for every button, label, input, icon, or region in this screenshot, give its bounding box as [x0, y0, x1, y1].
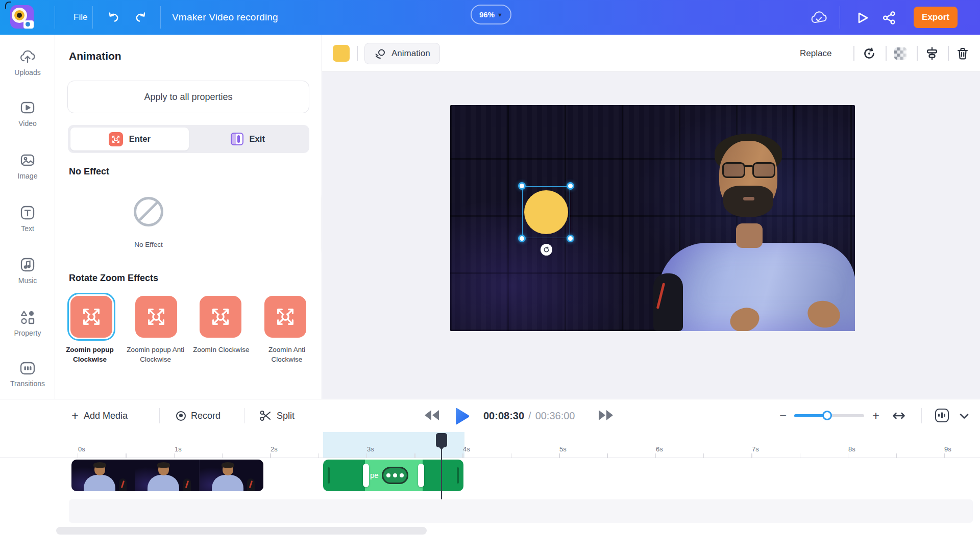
clip-thumbnail [71, 460, 135, 491]
total-time: 00:36:00 [535, 410, 575, 422]
no-effect-heading: No Effect [69, 166, 109, 177]
add-media-button[interactable]: + Add Media [71, 399, 128, 432]
track-options-button[interactable] [933, 407, 950, 424]
timeline-controls: + Add Media Record Split [0, 399, 980, 432]
preview-play-button[interactable] [853, 9, 872, 27]
animation-toolbar-button[interactable]: Animation [364, 43, 440, 64]
effect-zoomin-clockwise[interactable] [197, 293, 244, 341]
sidebar-item-image[interactable]: Image [0, 153, 55, 181]
align-button[interactable] [923, 45, 941, 62]
trim-handle-left[interactable] [363, 464, 369, 487]
reset-rotation-button[interactable] [861, 45, 878, 62]
logo-lens [14, 10, 24, 20]
undo-button[interactable] [102, 0, 125, 35]
timeline-zoom-in-button[interactable]: + [867, 407, 885, 425]
timeline-track-2[interactable] [69, 499, 973, 523]
export-button[interactable]: Export [914, 7, 958, 28]
vmaker-logo-icon[interactable] [10, 5, 34, 29]
time-display: 00:08:30 / 00:36:00 [483, 399, 575, 432]
sidebar-item-uploads[interactable]: Uploads [0, 49, 55, 77]
image-icon [20, 153, 35, 168]
file-menu[interactable]: File [62, 0, 99, 35]
topbar-divider [160, 6, 161, 29]
play-icon [452, 407, 471, 426]
controls-divider [244, 408, 244, 423]
music-icon [20, 257, 35, 272]
delete-button[interactable] [954, 45, 971, 62]
timeline-zoom-slider[interactable] [794, 414, 864, 417]
zoom-rotate-effect-icon [200, 296, 241, 338]
exit-effect-icon [231, 133, 243, 145]
playhead-marker[interactable] [436, 433, 447, 447]
document-title[interactable]: Vmaker Video recording [172, 0, 278, 35]
timeline-panel: + Add Media Record Split [0, 399, 980, 557]
resize-handle-bottom-right[interactable] [567, 235, 574, 242]
presenter-beard [723, 186, 773, 217]
toolbar-divider [853, 46, 854, 61]
sidebar-item-property[interactable]: Property [0, 310, 55, 338]
rotate-handle[interactable] [541, 244, 552, 256]
controls-divider [159, 408, 160, 423]
video-preview[interactable] [450, 105, 855, 331]
split-button[interactable]: Split [259, 399, 295, 432]
sidebar-item-label: Transitions [10, 379, 45, 388]
canvas-toolbar: Animation Replace [322, 35, 980, 72]
timeline-ruler[interactable]: 0s 1s 2s 3s 4s 5s 6s 7s 8s 9s [0, 432, 980, 458]
fill-color-swatch[interactable] [333, 45, 350, 62]
uploads-cloud-icon [19, 49, 36, 64]
ruler-label: 5s [559, 445, 567, 453]
sidebar-item-text[interactable]: Text [0, 205, 55, 233]
effect-zoomin-anti-clockwise[interactable] [261, 293, 309, 341]
replace-button[interactable]: Replace [800, 43, 831, 64]
transparency-button[interactable] [892, 45, 909, 62]
exit-tab[interactable]: Exit [189, 128, 307, 150]
video-clip[interactable] [71, 460, 263, 491]
rewind-button[interactable] [425, 410, 439, 420]
effect-zoomin-popup-clockwise[interactable] [67, 293, 115, 341]
trash-icon [956, 47, 969, 60]
app-window: File Vmaker Video recording 96% ▼ [0, 0, 980, 557]
enter-tab[interactable]: Enter [70, 128, 189, 150]
resize-handle-bottom-left[interactable] [518, 235, 526, 242]
clip-more-options[interactable] [382, 467, 408, 484]
share-button[interactable] [880, 9, 898, 27]
timeline-horizontal-scrollbar[interactable] [56, 527, 427, 535]
ruler-label: 7s [752, 445, 759, 453]
topbar-divider [55, 6, 55, 29]
trim-handle-right[interactable] [418, 464, 424, 487]
canvas-zoom-dropdown[interactable]: 96% ▼ [471, 5, 511, 24]
left-sidebar: Uploads Video Image Text [0, 35, 55, 399]
apply-to-all-properties-button[interactable]: Apply to all properties [67, 81, 309, 113]
fit-timeline-button[interactable] [890, 408, 908, 424]
slider-thumb[interactable] [822, 411, 832, 420]
selected-element-clip[interactable]: pe [323, 460, 463, 491]
zoom-level-value: 96% [479, 10, 495, 19]
record-button[interactable]: Record [176, 399, 220, 432]
transparency-checker-icon [894, 47, 906, 60]
sidebar-item-transitions[interactable]: Transitions [0, 361, 55, 388]
timeline-zoom-out-button[interactable]: − [774, 407, 792, 425]
align-center-icon [925, 47, 939, 60]
animation-panel: Animation Apply to all properties Enter … [55, 35, 322, 399]
topbar-divider [840, 6, 840, 29]
cloud-sync-button[interactable] [810, 9, 828, 27]
sidebar-item-music[interactable]: Music [0, 257, 55, 285]
resize-handle-top-left[interactable] [518, 182, 526, 190]
fast-forward-button[interactable] [599, 410, 613, 420]
effect-label: Zoomin popup Clockwise [59, 345, 120, 364]
share-icon [881, 10, 897, 26]
timeline-collapse-button[interactable] [958, 410, 971, 423]
clip-label: pe [370, 471, 379, 479]
effect-zoomin-popup-anti-clockwise[interactable] [132, 293, 180, 341]
resize-handle-top-right[interactable] [567, 182, 574, 190]
play-button[interactable] [452, 407, 471, 426]
rewind-icon [432, 410, 439, 420]
toolbar-divider [917, 46, 918, 61]
enter-tab-label: Enter [129, 134, 151, 144]
ruler-ticks [78, 453, 976, 458]
no-effect-option[interactable]: No Effect [120, 197, 177, 248]
sidebar-item-video[interactable]: Video [0, 100, 55, 128]
animation-button-label: Animation [391, 48, 430, 59]
redo-button[interactable] [130, 0, 152, 35]
timeline-track-1: pe [0, 460, 980, 491]
